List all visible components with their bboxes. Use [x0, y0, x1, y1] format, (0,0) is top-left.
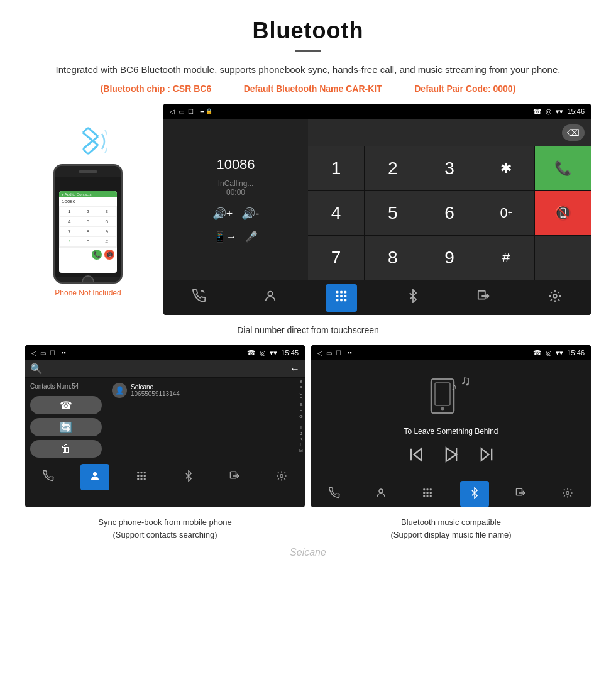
svg-rect-25: [138, 478, 140, 480]
pb-nav-call[interactable]: [34, 465, 63, 489]
back-icon: ◁: [170, 108, 175, 115]
play-pause-btn[interactable]: [443, 446, 460, 467]
pb-recents: ☐: [50, 350, 55, 356]
pb-contact-item: 👤 Seicane 10655059113144: [109, 380, 295, 400]
numpad-grid: 1 2 3 ✱ 📞 4 5 6 0+ 📵 7 8 9: [308, 146, 591, 280]
nav-transfer[interactable]: [468, 284, 500, 312]
status-bar: ◁ ▭ ☐ ▪▪ 🔒 ☎ ◎ ▾▾ 15:46: [163, 104, 591, 119]
svg-rect-31: [435, 383, 450, 405]
alpha-k[interactable]: K: [297, 436, 305, 442]
music-nav-call[interactable]: [320, 481, 349, 507]
pb-home: ▭: [40, 350, 46, 356]
pb-search-bar: 🔍 ←: [25, 360, 305, 378]
alpha-a[interactable]: A: [297, 379, 305, 385]
nav-dialpad[interactable]: [326, 284, 357, 312]
volume-down-btn[interactable]: 🔊-: [241, 207, 259, 221]
nav-contacts[interactable]: [255, 284, 286, 312]
music-recents: ☐: [336, 350, 341, 356]
music-nav-dialpad[interactable]: [413, 481, 442, 507]
dialer-left-panel: 10086 InCalling... 00:00 🔊+ 🔊- 📱→ 🎤: [163, 119, 308, 280]
dialer-input-row: ⌫: [308, 119, 591, 146]
key-2[interactable]: 2: [365, 146, 421, 190]
svg-rect-28: [230, 472, 236, 478]
music-call-icon: ☎: [533, 349, 542, 357]
music-status-bar: ◁ ▭ ☐ ▪▪ ☎ ◎ ▾▾ 15:46: [311, 345, 591, 360]
page-header: Bluetooth Integrated with BC6 Bluetooth …: [0, 0, 616, 104]
nav-bluetooth[interactable]: [397, 284, 429, 312]
next-btn[interactable]: [478, 446, 495, 467]
nav-call[interactable]: [184, 284, 215, 312]
nav-settings[interactable]: [539, 284, 571, 312]
pb-nav-settings[interactable]: [267, 464, 296, 490]
bottom-nav-bar: [163, 280, 591, 315]
alpha-i[interactable]: I: [297, 425, 305, 431]
call-icon: ☎: [533, 108, 542, 116]
svg-line-2: [83, 149, 88, 154]
pb-nav-dialpad[interactable]: [127, 464, 156, 490]
backspace-button[interactable]: ⌫: [562, 124, 585, 141]
alpha-f[interactable]: F: [297, 407, 305, 413]
key-hash[interactable]: #: [478, 236, 534, 280]
phone-illustration: + Add to Contacts 10086 123 456 789 *0# …: [25, 104, 151, 297]
key-8[interactable]: 8: [365, 236, 421, 280]
music-nav-bluetooth-active[interactable]: [460, 481, 489, 507]
alpha-g[interactable]: G: [297, 414, 305, 419]
pb-nav-transfer[interactable]: [221, 464, 250, 490]
pb-delete-btn[interactable]: 🗑: [30, 440, 102, 458]
svg-rect-45: [424, 492, 426, 494]
alpha-m[interactable]: M: [297, 448, 305, 453]
key-9[interactable]: 9: [421, 236, 477, 280]
pb-back-icon[interactable]: ←: [290, 363, 300, 375]
music-nav-settings[interactable]: [553, 481, 582, 507]
key-5[interactable]: 5: [365, 191, 421, 235]
music-nav-transfer[interactable]: [507, 481, 536, 507]
pb-nav-contacts-active[interactable]: [80, 464, 109, 490]
svg-line-0: [88, 128, 98, 136]
key-6[interactable]: 6: [421, 191, 477, 235]
alpha-e[interactable]: E: [297, 402, 305, 407]
alpha-b[interactable]: B: [297, 385, 305, 390]
music-home: ▭: [326, 350, 332, 356]
dialer-volume-controls: 🔊+ 🔊-: [212, 207, 260, 221]
key-1[interactable]: 1: [308, 146, 364, 190]
alpha-h[interactable]: H: [297, 419, 305, 425]
key-7[interactable]: 7: [308, 236, 364, 280]
pb-search-input[interactable]: [48, 365, 285, 373]
alpha-j[interactable]: J: [297, 431, 305, 436]
alpha-d[interactable]: D: [297, 396, 305, 402]
brand-watermark: Seicane: [290, 547, 326, 558]
svg-rect-51: [516, 488, 522, 495]
svg-point-52: [566, 491, 569, 494]
phone-transfer-btn[interactable]: 📱→: [214, 231, 236, 243]
svg-marker-35: [414, 449, 421, 461]
music-nav-contacts[interactable]: [366, 481, 395, 507]
alpha-l[interactable]: L: [297, 442, 305, 448]
mic-btn[interactable]: 🎤: [245, 231, 258, 243]
bottom-section: ◁ ▭ ☐ ▪▪ ☎ ◎ ▾▾ 15:45 🔍 ←: [25, 345, 591, 507]
music-loc-icon: ◎: [546, 349, 552, 357]
music-time: 15:46: [567, 349, 585, 356]
svg-text:♪: ♪: [451, 380, 457, 393]
music-wifi-icon: ▾▾: [556, 349, 563, 357]
key-3[interactable]: 3: [421, 146, 477, 190]
key-4[interactable]: 4: [308, 191, 364, 235]
pb-sync-btn[interactable]: 🔄: [30, 418, 102, 436]
call-end-btn[interactable]: 📵: [535, 191, 591, 235]
call-accept-btn[interactable]: 📞: [535, 146, 591, 190]
pb-alpha-index: A B C D E F G H I J K L M: [297, 378, 305, 463]
key-star[interactable]: ✱: [478, 146, 534, 190]
pb-call-btn[interactable]: ☎: [30, 396, 102, 414]
dialer-number: 10086: [216, 157, 255, 173]
bt-code: Default Pair Code: 0000): [414, 84, 515, 94]
key-0plus[interactable]: 0+: [478, 191, 534, 235]
alpha-c[interactable]: C: [297, 390, 305, 396]
pb-nav-bluetooth[interactable]: [174, 464, 203, 490]
volume-up-btn[interactable]: 🔊+: [212, 207, 233, 221]
contact-avatar: 👤: [112, 383, 127, 398]
svg-rect-24: [144, 475, 146, 477]
contacts-count: Contacts Num:54: [30, 383, 102, 390]
svg-rect-14: [340, 299, 343, 301]
svg-rect-7: [336, 290, 339, 293]
prev-btn[interactable]: [407, 446, 425, 467]
dialer-status: InCalling... 00:00: [218, 179, 254, 197]
